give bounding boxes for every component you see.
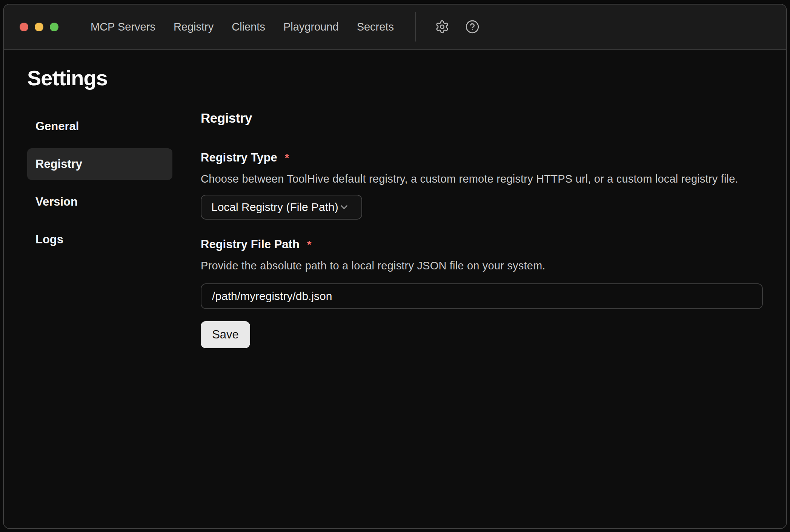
nav-item-mcp-servers[interactable]: MCP Servers <box>91 21 155 33</box>
registry-settings-panel: Registry Registry Type * Choose between … <box>201 111 763 348</box>
help-icon[interactable] <box>465 19 480 34</box>
registry-type-label: Registry Type <box>201 151 277 165</box>
page-title: Settings <box>27 66 761 90</box>
chevron-down-icon <box>338 201 350 213</box>
save-button[interactable]: Save <box>201 321 250 348</box>
sidebar-item-label: Registry <box>35 157 82 171</box>
registry-type-description: Choose between ToolHive default registry… <box>201 173 763 185</box>
registry-type-selected-value: Local Registry (File Path) <box>211 201 338 214</box>
gear-icon[interactable] <box>435 19 450 34</box>
sidebar-item-logs[interactable]: Logs <box>27 224 172 255</box>
required-asterisk: * <box>307 238 312 251</box>
maximize-window-button[interactable] <box>50 23 58 31</box>
top-navigation: MCP Servers Registry Clients Playground … <box>91 21 394 33</box>
title-bar: MCP Servers Registry Clients Playground … <box>4 5 786 50</box>
close-window-button[interactable] <box>20 23 28 31</box>
sidebar-item-general[interactable]: General <box>27 111 172 142</box>
registry-file-path-field: Registry File Path * Provide the absolut… <box>201 238 763 309</box>
settings-sidebar: General Registry Version Logs <box>27 111 172 348</box>
topbar-icons <box>435 19 480 34</box>
nav-item-playground[interactable]: Playground <box>283 21 339 33</box>
sidebar-item-label: General <box>35 120 79 133</box>
registry-type-select[interactable]: Local Registry (File Path) <box>201 195 362 220</box>
topbar-divider <box>415 12 416 42</box>
traffic-lights <box>20 23 58 31</box>
sidebar-item-label: Version <box>35 195 78 209</box>
settings-page: Settings General Registry Version Logs <box>4 50 786 528</box>
required-asterisk: * <box>285 151 289 164</box>
registry-file-path-description: Provide the absolute path to a local reg… <box>201 260 763 272</box>
nav-item-registry[interactable]: Registry <box>174 21 214 33</box>
sidebar-item-label: Logs <box>35 233 63 246</box>
nav-item-secrets[interactable]: Secrets <box>357 21 394 33</box>
sidebar-item-version[interactable]: Version <box>27 186 172 218</box>
field-label-row: Registry File Path * <box>201 238 763 251</box>
sidebar-item-registry[interactable]: Registry <box>27 148 172 180</box>
app-window: MCP Servers Registry Clients Playground … <box>3 4 787 529</box>
minimize-window-button[interactable] <box>35 23 43 31</box>
nav-item-clients[interactable]: Clients <box>232 21 265 33</box>
registry-file-path-label: Registry File Path <box>201 238 300 251</box>
section-title: Registry <box>201 111 763 126</box>
field-label-row: Registry Type * <box>201 151 763 165</box>
registry-type-field: Registry Type * Choose between ToolHive … <box>201 151 763 220</box>
registry-file-path-input[interactable] <box>201 283 763 309</box>
settings-layout: General Registry Version Logs Registry <box>27 111 761 348</box>
